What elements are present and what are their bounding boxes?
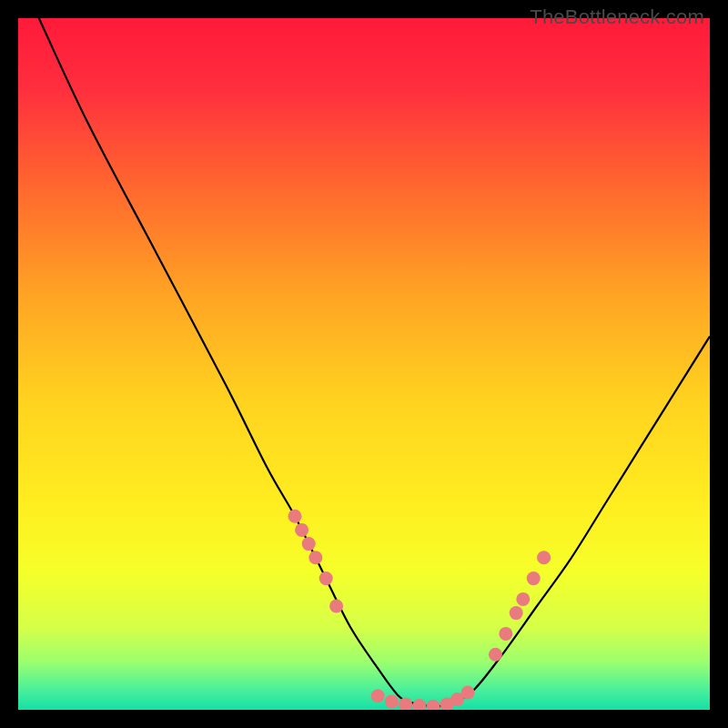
highlight-dot (288, 510, 302, 523)
highlight-dot (461, 686, 475, 700)
highlight-dot (499, 627, 512, 641)
highlight-dot (371, 689, 385, 703)
gradient-background (18, 18, 710, 710)
highlight-dot (489, 648, 502, 662)
highlight-dot (302, 537, 316, 551)
watermark-text: TheBottleneck.com (530, 5, 704, 29)
highlight-dot (319, 571, 333, 585)
chart-frame: TheBottleneck.com (18, 18, 710, 710)
highlight-dot (537, 551, 551, 564)
highlight-dot (295, 523, 308, 537)
highlight-dot (516, 592, 530, 606)
bottleneck-chart (18, 18, 710, 710)
highlight-dot (329, 600, 343, 613)
highlight-dot (308, 551, 322, 564)
highlight-dot (510, 606, 523, 620)
highlight-dot (385, 694, 399, 708)
highlight-dot (527, 571, 541, 585)
